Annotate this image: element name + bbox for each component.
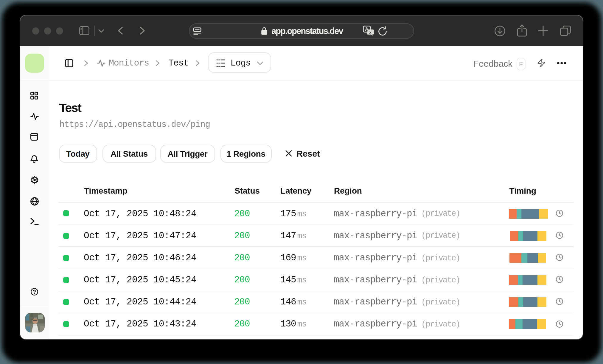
svg-text:x: x xyxy=(369,30,372,35)
